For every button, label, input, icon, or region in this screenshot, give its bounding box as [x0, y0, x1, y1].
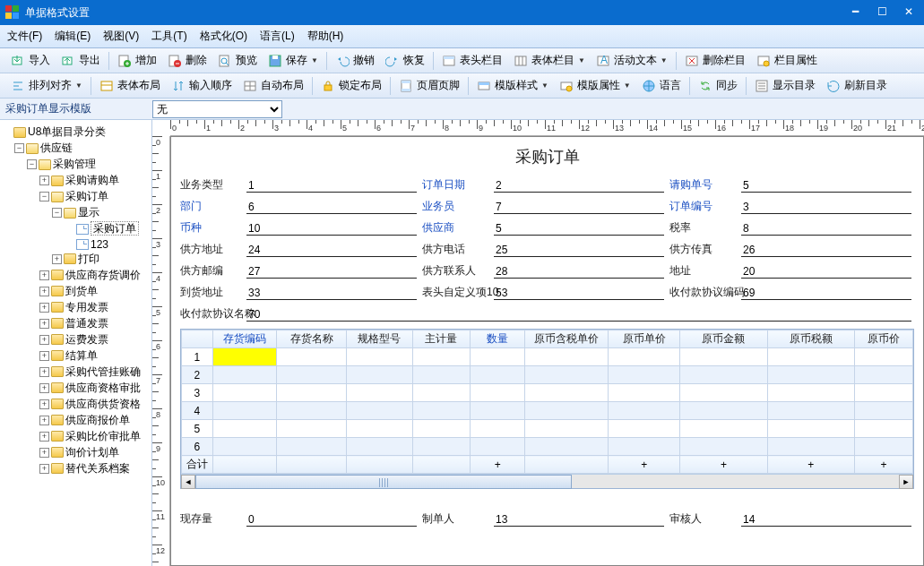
- refresh-toc-button[interactable]: 刷新目录: [821, 76, 893, 95]
- auto-layout-button[interactable]: 自动布局: [237, 76, 309, 95]
- tree-item[interactable]: 结算单: [65, 349, 98, 362]
- menu-lang[interactable]: 语言(L): [260, 29, 295, 44]
- grid-cell[interactable]: [767, 348, 854, 366]
- field-value[interactable]: 20: [741, 262, 911, 279]
- grid-header-cell[interactable]: 原币含税单价: [525, 330, 609, 348]
- grid-header-cell[interactable]: 存货编码: [212, 330, 276, 348]
- grid-cell[interactable]: 3: [182, 384, 213, 402]
- template-select[interactable]: 无: [152, 100, 282, 118]
- tpl-prop-button[interactable]: 模版属性▼: [554, 76, 636, 95]
- field-value[interactable]: 14: [741, 510, 911, 527]
- grid-cell[interactable]: [680, 348, 767, 366]
- body-layout-button[interactable]: 表体布局: [94, 76, 166, 95]
- field-label[interactable]: 表头自定义项10: [422, 284, 488, 300]
- table-row[interactable]: 4: [182, 402, 913, 420]
- field-label[interactable]: 供方电话: [422, 241, 488, 257]
- grid-cell[interactable]: [471, 438, 525, 456]
- save-button[interactable]: 保存▼: [263, 51, 324, 70]
- grid-cell[interactable]: [346, 384, 412, 402]
- table-row[interactable]: 3: [182, 384, 913, 402]
- grid-cell[interactable]: [412, 348, 471, 366]
- grid-header-cell[interactable]: 原币金额: [680, 330, 767, 348]
- col-prop-button[interactable]: 栏目属性: [751, 51, 823, 70]
- grid-cell[interactable]: [854, 420, 912, 438]
- field-value[interactable]: 33: [246, 284, 417, 300]
- grid-cell[interactable]: [412, 366, 471, 384]
- expand-toggle[interactable]: +: [39, 367, 49, 377]
- grid-cell[interactable]: [212, 348, 276, 366]
- head-cols-button[interactable]: 表头栏目: [436, 51, 508, 70]
- grid-cell[interactable]: [412, 420, 471, 438]
- tree-item[interactable]: 供应商供货资格: [65, 398, 141, 410]
- expand-toggle[interactable]: −: [14, 143, 24, 153]
- expand-toggle[interactable]: +: [39, 432, 49, 442]
- field-value[interactable]: 25: [494, 241, 664, 257]
- table-row[interactable]: 5: [182, 420, 913, 438]
- field-label[interactable]: 供方联系人: [422, 262, 488, 279]
- expand-toggle[interactable]: +: [39, 303, 49, 313]
- grid-cell[interactable]: 2: [182, 366, 213, 384]
- field-value[interactable]: 69: [741, 284, 911, 300]
- field-value[interactable]: 5: [741, 176, 911, 193]
- tree-item[interactable]: 普通发票: [65, 317, 108, 330]
- field-value[interactable]: 3: [741, 198, 911, 214]
- tree-item[interactable]: 到货单: [65, 285, 98, 297]
- tree-item[interactable]: 供应商存货调价: [65, 269, 141, 281]
- expand-toggle[interactable]: +: [39, 416, 49, 425]
- undo-button[interactable]: 撤销: [330, 51, 380, 70]
- grid-cell[interactable]: [680, 366, 767, 384]
- input-order-button[interactable]: 输入顺序: [166, 76, 237, 95]
- grid-cell[interactable]: [471, 384, 525, 402]
- grid-header-cell[interactable]: 存货名称: [277, 330, 347, 348]
- grid-cell[interactable]: [277, 348, 347, 366]
- field-label[interactable]: 审核人: [669, 510, 736, 527]
- field-value[interactable]: 1: [246, 176, 417, 193]
- dropdown-icon[interactable]: ▼: [541, 81, 548, 90]
- field-label[interactable]: 税率: [669, 219, 736, 236]
- field-value[interactable]: 7: [494, 198, 664, 214]
- menu-edit[interactable]: 编辑(E): [55, 29, 91, 44]
- grid-cell[interactable]: 4: [182, 402, 213, 420]
- grid-cell[interactable]: [609, 438, 680, 456]
- tree-item[interactable]: 显示: [78, 206, 99, 219]
- dropdown-icon[interactable]: ▼: [578, 56, 585, 64]
- expand-toggle[interactable]: +: [39, 270, 49, 280]
- field-value[interactable]: 8: [741, 219, 911, 236]
- scroll-thumb[interactable]: [195, 475, 572, 489]
- field-label[interactable]: 订单日期: [422, 176, 488, 193]
- field-label[interactable]: 供应商: [422, 219, 488, 236]
- expand-toggle[interactable]: +: [39, 335, 49, 345]
- grid-cell[interactable]: [212, 366, 276, 384]
- expand-toggle[interactable]: −: [39, 192, 49, 202]
- grid-cell[interactable]: [525, 438, 609, 456]
- field-label[interactable]: 供方邮编: [180, 262, 241, 279]
- field-label[interactable]: 部门: [180, 198, 241, 214]
- grid-cell[interactable]: [277, 420, 347, 438]
- export-button[interactable]: 导出: [56, 51, 106, 70]
- lang-button[interactable]: 语言: [636, 76, 687, 95]
- field-label[interactable]: 订单编号: [669, 198, 736, 214]
- delete-button[interactable]: 删除: [162, 51, 212, 70]
- dropdown-icon[interactable]: ▼: [75, 81, 82, 90]
- menu-tool[interactable]: 工具(T): [151, 29, 186, 44]
- expand-toggle[interactable]: +: [52, 254, 62, 264]
- grid-header-cell[interactable]: 数量: [471, 330, 525, 348]
- grid-cell[interactable]: [525, 420, 609, 438]
- page-hf-button[interactable]: 页眉页脚: [393, 76, 465, 95]
- tree-node[interactable]: 供应链: [40, 142, 73, 154]
- grid-cell[interactable]: [412, 402, 471, 420]
- import-button[interactable]: 导入: [5, 51, 56, 70]
- lock-layout-button[interactable]: 锁定布局: [315, 76, 387, 95]
- grid-cell[interactable]: [412, 438, 471, 456]
- grid-cell[interactable]: [767, 366, 854, 384]
- tree-root[interactable]: U8单据目录分类: [28, 125, 106, 138]
- grid-cell[interactable]: [609, 402, 680, 420]
- expand-toggle[interactable]: −: [27, 159, 37, 169]
- minimize-button[interactable]: ━: [845, 5, 865, 20]
- grid-cell[interactable]: [277, 438, 347, 456]
- tree-item[interactable]: 打印: [78, 253, 99, 265]
- grid-cell[interactable]: 5: [182, 420, 213, 438]
- align-button[interactable]: 排列对齐▼: [5, 76, 88, 95]
- menu-format[interactable]: 格式化(O): [200, 29, 247, 44]
- del-col-button[interactable]: 删除栏目: [679, 51, 751, 70]
